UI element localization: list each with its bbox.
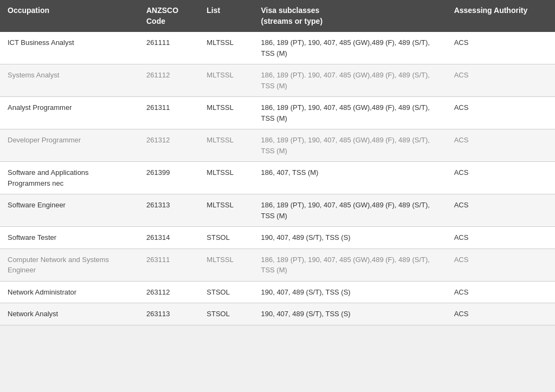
cell-anzsco: 263113	[139, 303, 199, 325]
table-row: Network Analyst 263113 STSOL 190, 407, 4…	[0, 303, 555, 325]
cell-occupation: Analyst Programmer	[0, 97, 139, 129]
table-row: Software Engineer 261313 MLTSSL 186, 189…	[0, 194, 555, 227]
header-list: List	[199, 0, 253, 32]
header-authority: Assessing Authority	[447, 0, 555, 32]
header-anzsco: ANZSCOCode	[139, 0, 199, 32]
cell-occupation: Network Administrator	[0, 281, 139, 303]
cell-list: STSOL	[199, 281, 253, 303]
cell-anzsco: 263111	[139, 249, 199, 281]
table-header-row: Occupation ANZSCOCode List Visa subclass…	[0, 0, 555, 32]
cell-visa: 186, 407, TSS (M)	[253, 162, 446, 194]
table-row: Systems Analyst 261112 MLTSSL 186, 189 (…	[0, 64, 555, 97]
cell-authority: ACS	[447, 32, 555, 64]
occupation-table: Occupation ANZSCOCode List Visa subclass…	[0, 0, 555, 325]
table-row: Developer Programmer 261312 MLTSSL 186, …	[0, 129, 555, 162]
cell-visa: 186, 189 (PT), 190, 407, 485 (GW),489 (F…	[253, 97, 446, 129]
table-row: Analyst Programmer 261311 MLTSSL 186, 18…	[0, 97, 555, 129]
table-row: Network Administrator 263112 STSOL 190, …	[0, 281, 555, 303]
cell-list: STSOL	[199, 303, 253, 325]
header-visa: Visa subclasses(streams or type)	[253, 0, 446, 32]
cell-visa: 190, 407, 489 (S/T), TSS (S)	[253, 227, 446, 249]
cell-visa: 186, 189 (PT), 190, 407, 485 (GW),489 (F…	[253, 194, 446, 227]
cell-list: MLTSSL	[199, 194, 253, 227]
cell-visa: 190, 407, 489 (S/T), TSS (S)	[253, 281, 446, 303]
cell-list: MLTSSL	[199, 249, 253, 281]
cell-authority: ACS	[447, 227, 555, 249]
cell-list: MLTSSL	[199, 32, 253, 64]
cell-anzsco: 261311	[139, 97, 199, 129]
cell-anzsco: 261312	[139, 129, 199, 162]
cell-authority: ACS	[447, 249, 555, 281]
cell-anzsco: 261112	[139, 64, 199, 97]
cell-occupation: Software Engineer	[0, 194, 139, 227]
table-row: Software and Applications Programmers ne…	[0, 162, 555, 194]
cell-authority: ACS	[447, 303, 555, 325]
cell-list: MLTSSL	[199, 162, 253, 194]
cell-occupation: Systems Analyst	[0, 64, 139, 97]
main-table-container: Occupation ANZSCOCode List Visa subclass…	[0, 0, 555, 325]
table-row: Computer Network and Systems Engineer 26…	[0, 249, 555, 281]
cell-anzsco: 261399	[139, 162, 199, 194]
cell-visa: 186, 189 (PT), 190, 407, 485 (GW),489 (F…	[253, 129, 446, 162]
cell-anzsco: 263112	[139, 281, 199, 303]
table-row: Software Tester 261314 STSOL 190, 407, 4…	[0, 227, 555, 249]
cell-authority: ACS	[447, 129, 555, 162]
cell-visa: 186, 189 (PT). 190, 407. 485 (GW),489 (F…	[253, 64, 446, 97]
cell-occupation: Software Tester	[0, 227, 139, 249]
cell-anzsco: 261314	[139, 227, 199, 249]
cell-occupation: Software and Applications Programmers ne…	[0, 162, 139, 194]
cell-visa: 186, 189 (PT), 190, 407, 485 (GW),489 (F…	[253, 249, 446, 281]
cell-list: MLTSSL	[199, 64, 253, 97]
cell-occupation: Computer Network and Systems Engineer	[0, 249, 139, 281]
cell-anzsco: 261111	[139, 32, 199, 64]
cell-list: MLTSSL	[199, 97, 253, 129]
cell-authority: ACS	[447, 162, 555, 194]
cell-visa: 186, 189 (PT), 190, 407, 485 (GW),489 (F…	[253, 32, 446, 64]
cell-authority: ACS	[447, 97, 555, 129]
cell-authority: ACS	[447, 64, 555, 97]
cell-list: STSOL	[199, 227, 253, 249]
cell-visa: 190, 407, 489 (S/T), TSS (S)	[253, 303, 446, 325]
cell-list: MLTSSL	[199, 129, 253, 162]
cell-occupation: ICT Business Analyst	[0, 32, 139, 64]
cell-anzsco: 261313	[139, 194, 199, 227]
header-occupation: Occupation	[0, 0, 139, 32]
cell-authority: ACS	[447, 281, 555, 303]
cell-authority: ACS	[447, 194, 555, 227]
table-row: ICT Business Analyst 261111 MLTSSL 186, …	[0, 32, 555, 64]
cell-occupation: Developer Programmer	[0, 129, 139, 162]
cell-occupation: Network Analyst	[0, 303, 139, 325]
